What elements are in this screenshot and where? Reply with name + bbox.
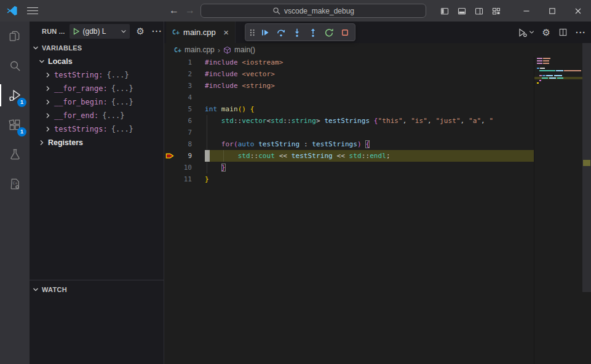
debug-step-over-button[interactable]: [274, 25, 288, 40]
close-window-button[interactable]: [565, 0, 591, 22]
gutter[interactable]: [164, 138, 175, 150]
breadcrumb-symbol[interactable]: main(): [234, 46, 255, 54]
watch-section-header[interactable]: WATCH: [30, 283, 164, 296]
current-line-breakpoint-icon[interactable]: [164, 150, 175, 162]
launch-config-dropdown[interactable]: (gdb) L: [69, 24, 130, 39]
variable-name: __for_begin:: [54, 98, 108, 106]
activity-extensions-icon[interactable]: 1: [0, 110, 30, 140]
debug-settings-gear-icon[interactable]: ⚙: [136, 26, 144, 37]
registers-scope-row[interactable]: Registers: [30, 136, 164, 149]
minimize-button[interactable]: [514, 0, 539, 22]
code-line-2[interactable]: 2#include <vector>: [164, 68, 534, 80]
gutter[interactable]: [164, 68, 175, 80]
split-editor-button[interactable]: [558, 28, 568, 37]
menu-hamburger-icon[interactable]: [27, 6, 38, 16]
chevron-down-icon: [121, 28, 127, 34]
code-line-8[interactable]: 8 for(auto testString : testStrings) {: [164, 138, 534, 150]
maximize-button[interactable]: [539, 0, 565, 22]
start-debug-icon[interactable]: [73, 28, 80, 35]
minimap-line: [543, 60, 549, 61]
debug-step-into-button[interactable]: [290, 25, 304, 40]
editor-settings-gear-icon[interactable]: ⚙: [542, 27, 550, 38]
debug-continue-button[interactable]: [258, 25, 272, 40]
minimap-line: [542, 75, 545, 76]
code-line-7[interactable]: 7: [164, 127, 534, 138]
variables-section-header[interactable]: VARIABLES: [30, 41, 164, 55]
breadcrumb: C+ main.cpp › main(): [164, 43, 591, 57]
tab-main-cpp[interactable]: C+ main.cpp ×: [166, 22, 236, 43]
sidebar-title: RUN ...: [42, 28, 65, 35]
gutter[interactable]: [164, 103, 175, 115]
toolbar-drag-handle[interactable]: [248, 25, 256, 40]
chevron-down-icon: [529, 30, 534, 35]
toggle-secondary-sidebar-button[interactable]: [470, 2, 488, 20]
tab-label: main.cpp: [183, 28, 222, 37]
gutter[interactable]: [164, 115, 175, 127]
toggle-panel-button[interactable]: [453, 2, 470, 20]
chevron-down-icon: [32, 44, 39, 52]
line-number: 11: [175, 175, 192, 183]
command-center-search[interactable]: vscode_make_debug: [200, 4, 426, 18]
code-line-1[interactable]: 1#include <iostream>: [164, 57, 534, 68]
line-number: 10: [175, 164, 192, 172]
editor-scrollbar[interactable]: [582, 43, 591, 364]
toggle-primary-sidebar-button[interactable]: [436, 2, 453, 20]
debug-restart-button[interactable]: [322, 25, 336, 40]
variable-row[interactable]: __for_begin:{...}: [30, 95, 164, 109]
debug-step-out-button[interactable]: [306, 25, 320, 40]
search-icon: [272, 7, 280, 15]
watch-section: WATCH: [30, 280, 164, 296]
activity-testing-icon[interactable]: [0, 140, 30, 169]
line-number: 3: [175, 82, 192, 90]
nav-forward-button[interactable]: →: [183, 3, 197, 18]
code-text: #include <vector>: [205, 68, 534, 80]
gutter[interactable]: [164, 173, 175, 185]
variable-row[interactable]: __for_end:{...}: [30, 109, 164, 122]
debug-badge: 1: [17, 98, 26, 107]
minimap[interactable]: [534, 57, 582, 364]
variable-value: {...}: [111, 84, 133, 93]
gutter[interactable]: [164, 80, 175, 92]
code-line-4[interactable]: 4: [164, 92, 534, 103]
minimap-line: [537, 63, 542, 64]
gutter[interactable]: [164, 92, 175, 103]
code-line-5[interactable]: 5int main() {: [164, 103, 534, 115]
code-line-10[interactable]: 10 }: [164, 162, 534, 173]
code-line-11[interactable]: 11}: [164, 173, 534, 185]
cpp-file-icon: C+: [174, 47, 181, 53]
gutter[interactable]: [164, 57, 175, 68]
activity-run-debug-icon[interactable]: 1: [0, 81, 30, 110]
run-debug-file-button[interactable]: [517, 28, 534, 38]
gutter[interactable]: [164, 127, 175, 138]
variable-row[interactable]: testString:{...}: [30, 68, 164, 82]
customize-layout-button[interactable]: [488, 2, 505, 20]
breadcrumb-file[interactable]: main.cpp: [184, 46, 215, 54]
chevron-right-icon: [44, 98, 52, 106]
gutter[interactable]: [164, 162, 175, 173]
code-area[interactable]: 1#include <iostream>2#include <vector>3#…: [164, 57, 591, 364]
activity-explorer-icon[interactable]: [0, 22, 30, 51]
variables-section-label: VARIABLES: [42, 44, 82, 52]
minimap-line: [557, 77, 563, 79]
code-line-3[interactable]: 3#include <string>: [164, 80, 534, 92]
text-cursor: [205, 150, 210, 162]
code-line-9[interactable]: 9 std::cout << testString << std::endl;: [164, 150, 534, 162]
variable-row[interactable]: __for_range:{...}: [30, 82, 164, 95]
code-text: for(auto testString : testStrings) {: [205, 138, 534, 150]
debug-stop-button[interactable]: [338, 25, 352, 40]
activity-search-icon[interactable]: [0, 51, 30, 81]
minimap-line: [539, 70, 555, 71]
locals-scope-row[interactable]: Locals: [30, 55, 164, 68]
editor-more-actions-icon[interactable]: ···: [576, 28, 586, 38]
registers-scope-label: Registers: [48, 138, 83, 147]
tab-close-icon[interactable]: ×: [222, 27, 230, 38]
minimap-line: [542, 77, 548, 79]
activity-cpp-tools-icon[interactable]: C+: [0, 169, 30, 199]
sidebar-more-actions-icon[interactable]: ···: [152, 26, 162, 36]
nav-back-button[interactable]: ←: [167, 3, 181, 18]
minimap-line: [564, 70, 581, 71]
code-line-6[interactable]: 6 std::vector<std::string> testStrings {…: [164, 115, 534, 127]
scrollbar-slider[interactable]: [582, 43, 591, 292]
variable-row[interactable]: testStrings:{...}: [30, 122, 164, 136]
extensions-badge: 1: [17, 127, 26, 136]
